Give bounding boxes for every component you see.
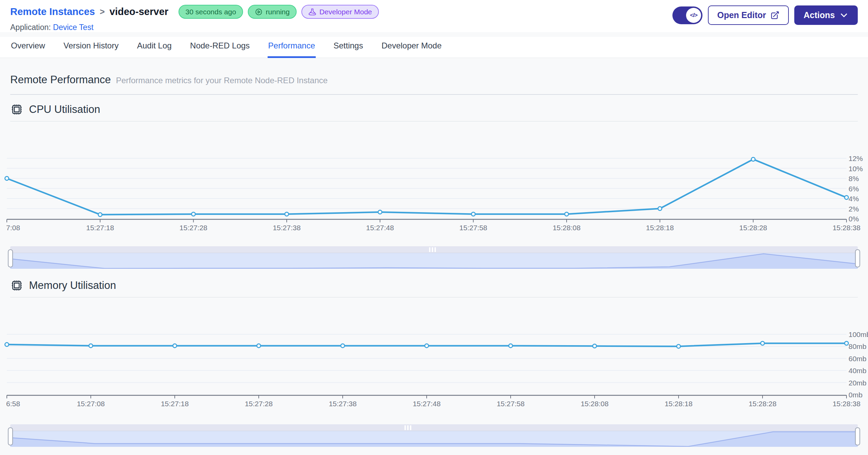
- cpu-brush-track[interactable]: [10, 246, 858, 253]
- breadcrumb-separator: >: [100, 7, 105, 17]
- svg-text:10%: 10%: [849, 165, 863, 173]
- developer-mode-badge-label: Developer Mode: [319, 8, 372, 16]
- play-circle-icon: [255, 8, 263, 16]
- developer-mode-toggle[interactable]: </>: [672, 6, 702, 24]
- svg-text:15:28:08: 15:28:08: [553, 224, 581, 232]
- tab-overview[interactable]: Overview: [10, 37, 46, 58]
- svg-text:6%: 6%: [849, 185, 859, 193]
- svg-text:0%: 0%: [849, 215, 859, 223]
- memory-brush-right-handle[interactable]: [855, 427, 860, 445]
- top-bar-actions: </> Open Editor Actions: [672, 5, 858, 25]
- svg-text:15:28:08: 15:28:08: [581, 400, 609, 408]
- top-bar-left: Remote Instances > video-server 30 secon…: [10, 5, 384, 32]
- last-seen-badge-label: 30 seconds ago: [185, 8, 236, 16]
- beaker-icon: [308, 8, 316, 16]
- cpu-brush-move-grip[interactable]: [429, 247, 436, 252]
- performance-page: Remote Performance Performance metrics f…: [0, 58, 868, 447]
- tab-settings[interactable]: Settings: [333, 37, 364, 58]
- code-icon: </>: [686, 8, 701, 23]
- application-label: Application:: [10, 23, 51, 32]
- actions-button-label: Actions: [803, 10, 835, 20]
- svg-text:80mb: 80mb: [849, 343, 867, 351]
- svg-text:15:27:08: 15:27:08: [77, 400, 105, 408]
- svg-text:0mb: 0mb: [849, 391, 863, 399]
- svg-text:4%: 4%: [849, 195, 859, 203]
- svg-text:15:27:48: 15:27:48: [366, 224, 394, 232]
- top-bar: Remote Instances > video-server 30 secon…: [0, 0, 868, 32]
- tab-node-red-logs[interactable]: Node-RED Logs: [189, 37, 251, 58]
- cpu-brush-minichart: [10, 253, 858, 269]
- svg-text:15:28:18: 15:28:18: [646, 224, 674, 232]
- cpu-chip-icon: [10, 103, 23, 116]
- svg-text:15:28:28: 15:28:28: [739, 224, 767, 232]
- cpu-chart-brush[interactable]: [10, 246, 858, 269]
- svg-text:6:58: 6:58: [6, 400, 20, 408]
- svg-text:15:27:18: 15:27:18: [86, 224, 114, 232]
- svg-text:15:27:38: 15:27:38: [273, 224, 301, 232]
- open-editor-button[interactable]: Open Editor: [708, 5, 789, 25]
- page-subtitle: Performance metrics for your Remote Node…: [116, 76, 328, 85]
- svg-text:8%: 8%: [849, 175, 859, 182]
- cpu-section-title: CPU Utilisation: [10, 103, 858, 116]
- status-badge-label: running: [266, 8, 290, 16]
- svg-text:15:27:28: 15:27:28: [245, 400, 273, 408]
- chevron-down-icon: [839, 11, 849, 20]
- cpu-brush-area[interactable]: [10, 253, 858, 269]
- svg-text:15:28:18: 15:28:18: [665, 400, 693, 408]
- memory-brush-minichart: [10, 431, 858, 447]
- svg-text:12%: 12%: [849, 155, 863, 162]
- memory-utilisation-chart: 0mb20mb40mb60mb80mb100mb6:5815:27:0815:2…: [0, 297, 868, 410]
- page-heading: Remote Performance Performance metrics f…: [10, 58, 858, 86]
- svg-text:100mb: 100mb: [849, 331, 868, 338]
- memory-section-title: Memory Utilisation: [10, 279, 858, 292]
- status-badge: running: [248, 5, 297, 19]
- tab-version-history[interactable]: Version History: [63, 37, 119, 58]
- tab-developer-mode[interactable]: Developer Mode: [381, 37, 442, 58]
- svg-text:15:27:18: 15:27:18: [161, 400, 189, 408]
- memory-brush-area[interactable]: [10, 431, 858, 447]
- svg-text:20mb: 20mb: [849, 379, 867, 387]
- tab-performance[interactable]: Performance: [268, 37, 316, 58]
- page-title: Remote Performance: [10, 74, 111, 86]
- developer-mode-badge: Developer Mode: [301, 5, 379, 19]
- memory-brush-left-handle[interactable]: [8, 427, 13, 445]
- cpu-chip-icon: [10, 279, 23, 292]
- tab-audit-log[interactable]: Audit Log: [136, 37, 172, 58]
- cpu-utilisation-chart: 0%2%4%6%8%10%12%7:0815:27:1815:27:2815:2…: [0, 121, 868, 234]
- svg-text:7:08: 7:08: [6, 224, 20, 232]
- application-link[interactable]: Device Test: [53, 23, 93, 32]
- svg-text:2%: 2%: [849, 205, 859, 213]
- application-row: Application: Device Test: [10, 23, 384, 32]
- svg-text:60mb: 60mb: [849, 355, 867, 363]
- svg-text:15:28:38: 15:28:38: [833, 224, 860, 232]
- actions-button[interactable]: Actions: [794, 5, 858, 25]
- memory-brush-track[interactable]: [10, 424, 858, 431]
- svg-text:15:27:38: 15:27:38: [329, 400, 357, 408]
- memory-chart-brush[interactable]: [10, 424, 858, 447]
- cpu-brush-right-handle[interactable]: [855, 249, 860, 267]
- tab-bar: Overview Version History Audit Log Node-…: [0, 37, 868, 58]
- svg-text:15:28:38: 15:28:38: [833, 400, 860, 408]
- cpu-section-label: CPU Utilisation: [29, 103, 100, 116]
- breadcrumb-parent-link[interactable]: Remote Instances: [10, 6, 95, 17]
- external-link-icon: [770, 11, 780, 20]
- memory-section-label: Memory Utilisation: [29, 279, 116, 292]
- svg-text:15:27:58: 15:27:58: [459, 224, 487, 232]
- last-seen-badge: 30 seconds ago: [179, 5, 243, 19]
- svg-text:15:28:28: 15:28:28: [749, 400, 777, 408]
- svg-text:15:27:48: 15:27:48: [413, 400, 441, 408]
- svg-text:15:27:28: 15:27:28: [180, 224, 208, 232]
- svg-text:15:27:58: 15:27:58: [497, 400, 525, 408]
- cpu-brush-left-handle[interactable]: [8, 249, 13, 267]
- heading-divider: [10, 94, 858, 95]
- page-instance-name: video-server: [110, 6, 169, 17]
- breadcrumb: Remote Instances > video-server 30 secon…: [10, 5, 384, 19]
- svg-text:40mb: 40mb: [849, 367, 867, 375]
- memory-brush-move-grip[interactable]: [404, 425, 411, 430]
- open-editor-label: Open Editor: [717, 10, 766, 20]
